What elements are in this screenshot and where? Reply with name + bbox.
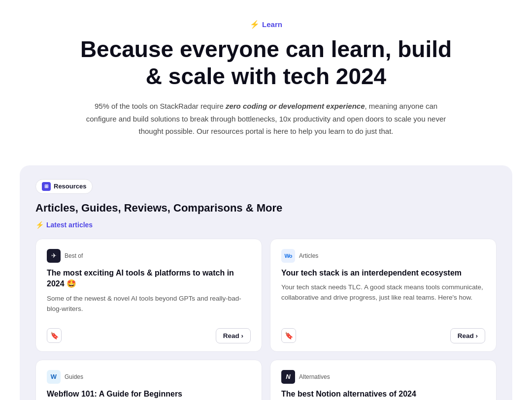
subtitle-bold: zero coding or development experience [226, 102, 365, 110]
card-icon-1: ✈ [47, 249, 61, 263]
header-section: ⚡ Learn Because everyone can learn, buil… [20, 12, 512, 154]
bookmark-btn-2[interactable]: 🔖 [281, 328, 296, 343]
card-articles: Wo Articles Your tech stack is an interd… [270, 239, 497, 352]
subtitle-before: 95% of the tools on StackRadar require [95, 102, 226, 110]
card-title-1: The most exciting AI tools & platforms t… [47, 268, 251, 290]
learn-label: Learn [262, 20, 282, 29]
resources-badge: ⊞ Resources [35, 179, 93, 194]
card-footer-1: 🔖 Read › [47, 323, 251, 343]
card-footer-2: 🔖 Read › [281, 323, 485, 343]
latest-articles-label: Latest articles [46, 221, 93, 229]
resources-badge-label: Resources [54, 183, 86, 190]
card-icon-3: W [47, 370, 61, 384]
card-tag-1: Best of [65, 252, 83, 259]
resources-heading: Articles, Guides, Reviews, Comparisons &… [35, 202, 497, 215]
card-alternatives: N Alternatives The best Notion alternati… [270, 360, 497, 400]
card-header-4: N Alternatives [281, 370, 485, 384]
card-header-2: Wo Articles [281, 249, 485, 263]
card-header-3: W Guides [47, 370, 251, 384]
latest-articles-link[interactable]: ⚡ Latest articles [35, 221, 93, 229]
cards-grid: ✈ Best of The most exciting AI tools & p… [35, 239, 497, 400]
card-title-3: Webflow 101: A Guide for Beginners [47, 389, 251, 400]
card-title-2: Your tech stack is an interdependent eco… [281, 268, 485, 278]
card-guides: W Guides Webflow 101: A Guide for Beginn… [35, 360, 262, 400]
learn-badge: ⚡ Learn [250, 20, 282, 29]
card-header-1: ✈ Best of [47, 249, 251, 263]
subtitle: 95% of the tools on StackRadar require z… [79, 100, 453, 138]
card-tag-4: Alternatives [299, 373, 330, 380]
card-title-4: The best Notion alternatives of 2024 [281, 389, 485, 400]
bookmark-btn-1[interactable]: 🔖 [47, 328, 62, 343]
card-tag-2: Articles [299, 252, 318, 259]
card-tag-3: Guides [65, 373, 83, 380]
latest-bolt-icon: ⚡ [35, 221, 44, 229]
main-title: Because everyone can learn, build & scal… [74, 36, 458, 90]
card-icon-2: Wo [281, 249, 295, 263]
bolt-icon: ⚡ [250, 20, 260, 29]
page-wrapper: ⚡ Learn Because everyone can learn, buil… [0, 0, 532, 400]
card-icon-4: N [281, 370, 295, 384]
card-desc-1: Some of the newest & novel AI tools beyo… [47, 294, 251, 314]
card-desc-2: Your tech stack needs TLC. A good stack … [281, 282, 485, 314]
resources-icon: ⊞ [42, 182, 51, 191]
read-btn-2[interactable]: Read › [450, 328, 485, 343]
read-btn-1[interactable]: Read › [216, 328, 251, 343]
resources-container: ⊞ Resources Articles, Guides, Reviews, C… [20, 165, 512, 400]
card-best-of: ✈ Best of The most exciting AI tools & p… [35, 239, 262, 352]
